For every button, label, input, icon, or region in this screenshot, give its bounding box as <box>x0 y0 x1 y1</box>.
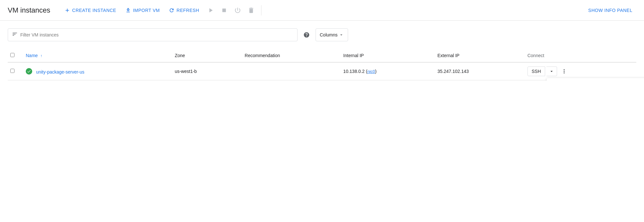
kebab-icon <box>561 68 567 75</box>
row-external-ip-cell: 35.247.102.143 <box>432 62 522 80</box>
nic-link[interactable]: nic0 <box>367 69 375 74</box>
row-internal-ip-cell: 10.138.0.2 (nic0) <box>338 62 432 80</box>
connect-cell-wrapper: SSH Open in bro <box>527 66 631 76</box>
header-recommendation: Recommendation <box>240 49 338 62</box>
ssh-button[interactable]: SSH <box>527 66 545 76</box>
filter-input-wrapper <box>8 28 298 41</box>
refresh-button[interactable]: REFRESH <box>165 5 203 16</box>
header-checkbox-col <box>8 49 21 62</box>
plus-icon <box>64 7 70 13</box>
kebab-menu-button[interactable] <box>558 67 570 76</box>
internal-ip-value: 10.138.0.2 <box>343 69 365 74</box>
ssh-options-dropdown: Open in browser window Open in browser w… <box>547 78 644 80</box>
toolbar-actions: CREATE INSTANCE IMPORT VM REFRESH SHO <box>61 4 636 16</box>
delete-button[interactable] <box>245 4 257 16</box>
show-info-panel-button[interactable]: SHOW INFO PANEL <box>584 5 636 15</box>
create-instance-button[interactable]: CREATE INSTANCE <box>61 5 120 16</box>
power-icon <box>234 7 241 14</box>
header-internal-ip: Internal IP <box>338 49 432 62</box>
import-vm-button[interactable]: IMPORT VM <box>121 5 164 16</box>
start-button[interactable] <box>204 4 217 16</box>
row-checkbox-cell <box>8 62 21 80</box>
instance-name-link[interactable]: unity-package-server-us <box>36 69 84 75</box>
header-external-ip: External IP <box>432 49 522 62</box>
sort-arrow-icon: ↑ <box>40 54 42 58</box>
running-status-icon <box>26 68 32 75</box>
page-title: VM instances <box>8 6 50 15</box>
toolbar: VM instances CREATE INSTANCE IMPORT VM R… <box>0 0 644 21</box>
dropdown-arrow-icon <box>549 69 554 74</box>
main-content: Columns Name ↑ Zone Recommendation <box>0 21 644 80</box>
table-header-row: Name ↑ Zone Recommendation Internal IP E… <box>8 49 636 62</box>
columns-button[interactable]: Columns <box>316 28 348 41</box>
toolbar-divider <box>261 5 261 15</box>
vm-instances-table: Name ↑ Zone Recommendation Internal IP E… <box>8 49 636 80</box>
row-recommendation-cell <box>240 62 338 80</box>
filter-bar: Columns <box>8 28 636 41</box>
row-name-cell: unity-package-server-us <box>21 62 170 80</box>
delete-icon <box>248 7 255 14</box>
row-zone-cell: us-west1-b <box>170 62 240 80</box>
play-icon <box>207 7 214 14</box>
filter-input[interactable] <box>20 32 293 37</box>
columns-dropdown-icon <box>339 32 344 37</box>
stop-icon <box>221 7 228 14</box>
header-connect: Connect <box>522 49 636 62</box>
header-name[interactable]: Name ↑ <box>21 49 170 62</box>
help-icon[interactable] <box>301 30 312 40</box>
table-row: unity-package-server-us us-west1-b 10.13… <box>8 62 636 80</box>
import-icon <box>125 7 131 13</box>
header-zone: Zone <box>170 49 240 62</box>
row-checkbox[interactable] <box>10 69 14 73</box>
ssh-dropdown-button[interactable] <box>546 66 557 76</box>
select-all-checkbox[interactable] <box>10 53 14 57</box>
row-connect-cell: SSH Open in bro <box>522 62 636 80</box>
filter-icon <box>12 31 18 39</box>
refresh-icon <box>169 7 175 13</box>
stop-button[interactable] <box>218 4 230 16</box>
reset-button[interactable] <box>232 4 244 16</box>
